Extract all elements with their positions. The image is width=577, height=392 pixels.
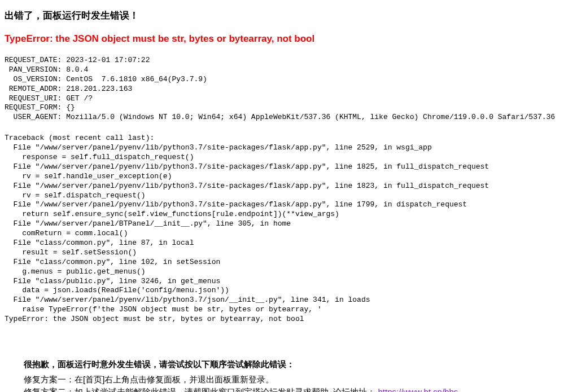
fix-option-1: 修复方案一：在[首页]右上角点击修复面板，并退出面板重新登录。	[24, 373, 572, 386]
apology-text: 很抱歉，面板运行时意外发生错误，请尝试按以下顺序尝试解除此错误：	[24, 358, 572, 371]
error-type-heading: TypeError: the JSON object must be str, …	[5, 33, 572, 45]
traceback-block: Traceback (most recent call last): File …	[5, 134, 572, 324]
fix-option-2-prefix: 修复方案二：如上述尝试未能解除此错误，请截图此窗口到宝塔论坛发贴寻求帮助, 论坛…	[24, 387, 375, 392]
request-info-block: REQUEST_DATE: 2023-12-01 17:07:22 PAN_VE…	[5, 56, 572, 122]
fix-option-2: 修复方案二：如上述尝试未能解除此错误，请截图此窗口到宝塔论坛发贴寻求帮助, 论坛…	[24, 386, 572, 392]
forum-link[interactable]: https://www.bt.cn/bbs	[378, 387, 458, 392]
footer-section: 很抱歉，面板运行时意外发生错误，请尝试按以下顺序尝试解除此错误： 修复方案一：在…	[24, 358, 572, 392]
page-title: 出错了，面板运行时发生错误！	[5, 9, 572, 22]
